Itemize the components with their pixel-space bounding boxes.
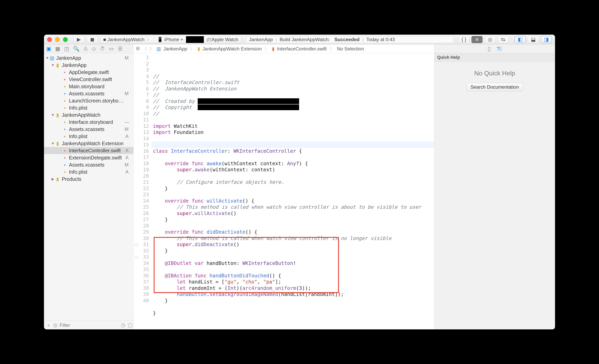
code-line[interactable] — [151, 142, 434, 148]
jump-file[interactable]: InterfaceController.swift — [277, 46, 327, 52]
code-line[interactable] — [153, 135, 434, 142]
tree-row[interactable]: ▪Interface.storyboard— — [44, 119, 133, 126]
disclosure-icon[interactable]: ▼ — [51, 113, 55, 117]
code-line[interactable]: } — [153, 248, 434, 254]
project-tree[interactable]: ▼▥JankenAppM▼▮JankenApp▪AppDelegate.swif… — [44, 53, 133, 321]
source-control-tab[interactable]: ▦ — [55, 46, 60, 52]
minimize-button[interactable] — [55, 37, 60, 42]
breakpoint-navigator-tab[interactable]: ▭ — [109, 46, 114, 52]
run-button[interactable]: ▶ — [73, 36, 84, 43]
disclosure-icon[interactable]: ▼ — [45, 56, 49, 60]
breakpoint-gutter[interactable]: ○○ — [133, 53, 140, 329]
project-navigator-tab[interactable]: ▣ — [46, 46, 51, 52]
code-line[interactable]: import Foundation — [153, 129, 434, 135]
tree-row[interactable]: ▪LaunchScreen.storyboard — [44, 97, 133, 104]
code-review-button[interactable]: { } — [458, 36, 469, 43]
tree-row[interactable]: ▪Info.plistA — [44, 168, 133, 176]
related-items-icon[interactable]: ⊞ — [136, 46, 140, 52]
tree-row[interactable]: ▪Main.storyboard — [44, 83, 133, 90]
code-line[interactable]: let handList = ["gu", "cho", "pa"]; — [153, 279, 434, 285]
file-inspector-tab[interactable]: ▯ — [488, 45, 491, 52]
code-line[interactable]: super.awake(withContext: context) — [153, 167, 434, 173]
scheme-selector[interactable]: ■ JankenAppWatch 〉 📱 iPhone + のApple Wat… — [100, 36, 241, 43]
tree-row[interactable]: ▼▮JankenAppWatch Extension — [44, 140, 133, 147]
toggle-inspector-button[interactable]: ◨ — [541, 36, 552, 43]
code-line[interactable]: handButton.setBackgroundImageNamed(handL… — [153, 291, 434, 297]
code-line[interactable]: // This method is called when watch view… — [153, 204, 434, 210]
code-line[interactable]: super.willActivate() — [153, 210, 434, 217]
code-line[interactable]: // Configure interface objects here. — [153, 179, 434, 185]
zoom-button[interactable] — [63, 37, 68, 42]
symbol-navigator-tab[interactable]: ◳ — [64, 46, 69, 52]
tree-row[interactable]: ▪InterfaceController.swiftA — [44, 147, 133, 154]
tree-row[interactable]: ▼▮JankenAppWatch — [44, 111, 133, 119]
add-icon[interactable]: ＋ — [46, 322, 51, 329]
code-line[interactable]: // InterfaceController.swift — [153, 79, 434, 86]
code-editor[interactable]: ○○ 1234567891011121314151617181920212223… — [133, 53, 434, 329]
code-line[interactable] — [153, 254, 434, 260]
code-line[interactable]: } — [153, 310, 434, 316]
close-button[interactable] — [47, 37, 52, 42]
forward-button[interactable]: 〉 — [149, 46, 154, 52]
back-button[interactable]: 〈 — [142, 46, 147, 52]
tree-row[interactable]: ▶▮Products — [44, 176, 133, 183]
tree-row[interactable]: ▪Assets.xcassetsM — [44, 126, 133, 133]
disclosure-icon[interactable]: ▶ — [51, 177, 55, 181]
code-line[interactable] — [153, 117, 434, 123]
code-line[interactable]: } — [153, 216, 434, 223]
stop-button[interactable]: ◼ — [87, 36, 98, 43]
scm-icon[interactable]: ▢ — [128, 322, 133, 328]
issue-navigator-tab[interactable]: ⚠ — [83, 46, 88, 52]
code-line[interactable] — [153, 266, 434, 273]
code-line[interactable]: // This method is called when watch view… — [153, 235, 434, 242]
code-line[interactable]: class InterfaceController: WKInterfaceCo… — [153, 148, 434, 154]
code-line[interactable]: // Created by — [153, 98, 434, 104]
tree-row[interactable]: ▪AppDelegate.swift — [44, 69, 133, 76]
tree-row[interactable]: ▼▥JankenAppM — [44, 54, 133, 61]
code-line[interactable]: override func didDeactivate() { — [153, 229, 434, 235]
code-line[interactable]: } — [153, 185, 434, 192]
code-line[interactable] — [153, 304, 434, 310]
tree-row[interactable]: ▼▮JankenApp — [44, 61, 133, 69]
tree-row[interactable]: ▪Assets.xcassetsM — [44, 161, 133, 168]
tree-row[interactable]: ▪Assets.xcassetsM — [44, 90, 133, 97]
code-line[interactable]: import WatchKit — [153, 123, 434, 129]
code-line[interactable] — [153, 223, 434, 229]
filter-scope-icon[interactable]: ◎ — [53, 322, 58, 328]
code-line[interactable] — [153, 192, 434, 198]
tree-row[interactable]: ▪Info.plist — [44, 104, 133, 111]
assistant-editor-button[interactable]: ◎ — [484, 36, 496, 43]
search-documentation-button[interactable]: Search Documentation — [466, 83, 523, 91]
version-editor-button[interactable]: ⇆ — [498, 36, 509, 43]
code-line[interactable]: // — [153, 92, 434, 98]
jump-group[interactable]: JankenAppWatch Extension — [203, 46, 262, 52]
report-navigator-tab[interactable]: ☰ — [118, 46, 123, 52]
code-line[interactable]: @IBAction func handButtonDidTouched() { — [153, 273, 434, 279]
code-line[interactable] — [153, 316, 434, 322]
debug-navigator-tab[interactable]: ⏱ — [100, 46, 105, 52]
filter-input[interactable] — [60, 322, 119, 328]
code-line[interactable]: @IBOutlet var handButton: WKInterfaceBut… — [153, 260, 434, 266]
standard-editor-button[interactable]: ≡ — [471, 36, 483, 43]
code-line[interactable]: // Copyright — [153, 104, 434, 110]
code-line[interactable]: // — [153, 110, 434, 117]
toggle-debug-button[interactable]: ⬓ — [528, 36, 539, 43]
disclosure-icon[interactable]: ▼ — [51, 63, 55, 67]
code-content[interactable]: //// InterfaceController.swift// JankenA… — [151, 53, 434, 329]
code-line[interactable] — [153, 173, 434, 179]
find-navigator-tab[interactable]: 🔍 — [73, 46, 79, 52]
test-navigator-tab[interactable]: ◇ — [92, 46, 96, 52]
code-line[interactable]: } — [153, 297, 434, 304]
code-line[interactable]: override func awake(withContext context:… — [153, 161, 434, 167]
tree-row[interactable]: ▪ViewController.swift — [44, 76, 133, 83]
toggle-navigator-button[interactable]: ◧ — [515, 36, 526, 43]
jump-proj[interactable]: JankenApp — [163, 46, 187, 52]
code-line[interactable]: super.didDeactivate() — [153, 241, 434, 248]
code-line[interactable]: // — [153, 73, 434, 79]
jump-bar[interactable]: ⊞ 〈 〉 ▥ JankenApp 〉 ▮ JankenAppWatch Ext… — [133, 44, 434, 53]
code-line[interactable]: let randomInt = (Int)(arc4random_uniform… — [153, 285, 434, 291]
disclosure-icon[interactable]: ▼ — [51, 141, 55, 146]
jump-selection[interactable]: No Selection — [337, 46, 364, 52]
recent-icon[interactable]: ◷ — [121, 322, 125, 328]
tree-row[interactable]: ▪ExtensionDelegate.swiftA — [44, 154, 133, 161]
